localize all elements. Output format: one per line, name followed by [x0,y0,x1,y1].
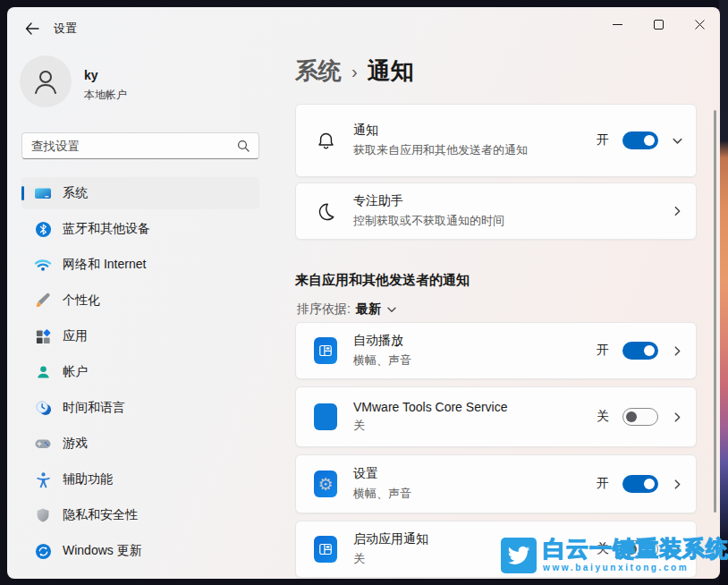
sidebar-item-accounts[interactable]: 帐户 [21,356,259,388]
sidebar-item-windows-update[interactable]: Windows 更新 [21,535,259,567]
card-title: 专注助手 [353,193,504,209]
minimize-button[interactable] [597,7,638,41]
sort-label: 排序依据: [297,301,351,318]
app-notify-types: 关 [353,550,428,568]
apps-section-header: 来自应用和其他发送者的通知 [295,272,470,289]
sidebar-item-time-language[interactable]: 时间和语言 [21,392,259,424]
sort-value: 最新 [356,301,381,318]
watermark: 白云一键重装系统 www.baiyunxitong.com [501,535,728,573]
selected-accent-bar [21,186,24,200]
gear-icon: ⚙ [317,476,333,493]
toggle-knob [644,479,655,489]
windows-update-icon [34,542,52,560]
system-laptop-icon [34,184,52,202]
sidebar-item-network[interactable]: 网络和 Internet [21,249,259,281]
toggle-state-label: 开 [597,343,609,359]
watermark-texts: 白云一键重装系统 www.baiyunxitong.com [543,535,728,572]
watermark-brand: 白云一键重装系统 [543,535,728,562]
sidebar-item-label: 游戏 [63,436,88,452]
toggle-knob [644,135,655,146]
sidebar-item-label: 帐户 [63,364,88,380]
toggle-knob [644,345,655,356]
sidebar-item-label: 应用 [63,328,88,344]
network-wifi-icon [34,256,52,274]
sidebar-item-system[interactable]: 系统 [21,177,259,209]
accounts-person-icon [34,363,52,381]
bell-icon [314,129,337,152]
breadcrumb: 系统 › 通知 [295,55,414,87]
time-language-clock-icon [34,399,52,417]
user-name: ky [84,68,98,82]
sidebar-item-label: 隐私和安全性 [63,507,138,523]
sidebar-item-privacy[interactable]: 隐私和安全性 [21,499,259,531]
watermark-url: www.baiyunxitong.com [543,563,728,572]
autoplay-app-icon [314,339,337,362]
search-box[interactable] [21,132,259,159]
toggle-state-label: 关 [597,409,609,425]
breadcrumb-parent[interactable]: 系统 [295,55,342,87]
focus-assist-card[interactable]: 专注助手 控制获取或不获取通知的时间 [295,182,697,240]
maximize-icon [654,20,664,30]
app-name: 启动应用通知 [353,531,428,547]
app-notify-types: 关 [353,417,507,435]
card-subtitle: 获取来自应用和其他发送者的通知 [353,141,528,159]
maximize-button[interactable] [638,7,679,41]
user-avatar-icon [30,66,61,97]
page-title: 通知 [368,55,414,87]
settings-toggle[interactable] [622,475,658,493]
sidebar-item-accessibility[interactable]: 辅助功能 [21,463,259,496]
notifications-toggle[interactable] [622,131,658,149]
sidebar-nav: 系统 蓝牙和其他设备 网络和 Internet [21,177,259,571]
sidebar-item-apps[interactable]: 应用 [21,320,259,352]
card-subtitle: 控制获取或不获取通知的时间 [353,212,504,230]
scrollbar-thumb[interactable] [714,110,716,513]
sidebar-item-gaming[interactable]: 游戏 [21,428,259,460]
startup-app-icon [314,538,337,561]
sidebar-item-label: 时间和语言 [63,400,125,416]
toggle-state-label: 开 [597,132,609,148]
sidebar-item-label: 网络和 Internet [63,257,146,273]
desktop-wallpaper-strip [719,0,728,585]
settings-gear-app-icon: ⚙ [314,472,337,496]
toggle-state-label: 开 [597,476,609,492]
sidebar-item-label: 系统 [63,185,88,201]
app-notify-types: 横幅、声音 [353,352,411,369]
app-row-settings[interactable]: ⚙ 设置 横幅、声音 开 [295,454,697,513]
app-name: 自动播放 [353,333,411,349]
close-icon [695,20,705,30]
sidebar-item-personalization[interactable]: 个性化 [21,284,259,317]
twitter-bird-icon [501,538,537,573]
vmware-toggle[interactable] [622,408,658,426]
vmware-app-icon [314,405,337,428]
privacy-shield-icon [34,506,52,524]
moon-icon [314,199,337,223]
sidebar-item-label: 蓝牙和其他设备 [63,221,150,237]
avatar[interactable] [20,55,72,107]
sidebar-item-bluetooth[interactable]: 蓝牙和其他设备 [21,213,259,245]
minimize-icon [613,20,622,30]
back-arrow-icon [25,22,39,35]
back-button[interactable] [20,19,45,38]
personalization-brush-icon [34,292,52,309]
notifications-card[interactable]: 通知 获取来自应用和其他发送者的通知 开 [295,104,697,177]
sidebar-item-label: 辅助功能 [63,471,113,488]
sort-control[interactable]: 排序依据: 最新 [297,301,397,318]
chevron-down-icon[interactable] [672,135,683,147]
chevron-down-icon [386,304,397,315]
app-name: 设置 [353,466,411,482]
search-input[interactable] [31,140,237,153]
desktop: 设置 ky 本地帐户 [0,0,728,585]
settings-window: 设置 ky 本地帐户 [7,7,720,579]
close-button[interactable] [679,7,720,41]
apps-icon [34,327,52,345]
app-row-vmware[interactable]: VMware Tools Core Service 关 关 [295,386,697,447]
autoplay-toggle[interactable] [622,342,658,360]
chevron-right-icon [672,206,683,217]
caption-buttons [597,7,720,41]
breadcrumb-separator: › [351,60,358,82]
toggle-knob [626,411,637,422]
accessibility-person-icon [34,471,52,488]
user-account-type: 本地帐户 [84,88,127,103]
app-row-autoplay[interactable]: 自动播放 横幅、声音 开 [295,322,697,379]
chevron-right-icon [672,479,683,490]
